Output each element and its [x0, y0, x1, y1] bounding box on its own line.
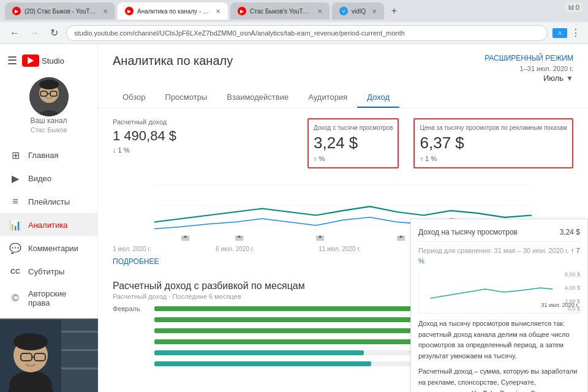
sidebar-header: ☰ Studio — [0, 49, 97, 72]
yt-play-icon — [28, 57, 34, 64]
sidebar-subtitles-label: Субтитры — [28, 267, 64, 276]
tooltip-metric-value: 3,24 $ — [560, 227, 580, 238]
chart-date-2: 6 июл. 2020 г. — [216, 246, 254, 252]
header-right: РАСШИРЕННЫЙ РЕЖИМ 1–31 июл. 2020 г. Июль… — [484, 54, 573, 83]
revenue-label-1: Февраль — [113, 305, 149, 312]
tooltip-metric-label: Доход на тысячу просмотров — [418, 227, 518, 238]
app-layout: ☰ Studio — [0, 44, 588, 392]
account-icon[interactable]: A — [552, 28, 567, 38]
hamburger-menu[interactable]: ☰ — [7, 54, 17, 67]
tooltip-metric: Доход на тысячу просмотров 3,24 $ — [418, 227, 580, 242]
page-header: Аналитика по каналу РАСШИРЕННЫЙ РЕЖИМ 1–… — [98, 44, 588, 83]
metric-cpm: Цена за тысячу просмотров по рекламным п… — [413, 118, 573, 168]
tab3-close[interactable]: ✕ — [317, 8, 322, 15]
revenue-bar-4 — [154, 339, 435, 344]
metric-rpm: Доход с тысячи просмотров 3,24 $ ↑ ‎% — [307, 118, 399, 168]
chart-date-1: 1 июл. 2020 г. — [113, 246, 151, 252]
forward-button[interactable]: → — [27, 26, 42, 40]
tab4-close[interactable]: ✕ — [372, 8, 377, 15]
menu-icon[interactable]: ⋮ — [571, 27, 581, 39]
tab1-close[interactable]: ✕ — [103, 8, 108, 15]
main-content: Аналитика по каналу РАСШИРЕННЫЙ РЕЖИМ 1–… — [98, 44, 588, 392]
address-text: studio.youtube.com/channel/UCbiJpF6LXeZ7… — [74, 29, 405, 37]
studio-label: Studio — [42, 56, 64, 66]
sidebar: ☰ Studio — [0, 44, 98, 392]
tab-overview[interactable]: Обзор — [113, 88, 156, 108]
sidebar-home-label: Главная — [28, 151, 58, 160]
tab1-label: (20) Стас Быков - YouTube — [24, 8, 97, 15]
sidebar-item-analytics[interactable]: 📊 Аналитика — [0, 213, 97, 236]
tab-views[interactable]: Просмотры — [156, 88, 217, 108]
tab-audience[interactable]: Аудитория — [298, 88, 357, 108]
tooltip-text-2: Расчетный доход – сумма, которую вы зара… — [418, 366, 580, 392]
svg-point-15 — [13, 333, 48, 350]
sidebar-item-subtitles[interactable]: CC Субтитры — [0, 260, 97, 283]
metric-rpm-change: ↑ ‎% — [314, 155, 393, 162]
home-icon: ⊞ — [10, 149, 21, 160]
date-marker: 31 июл. 2020 г. — [541, 301, 579, 310]
browser-chrome: ▶ (20) Стас Быков - YouTube ✕ ▶ Аналитик… — [0, 0, 588, 22]
sidebar-comments-label: Комментарии — [28, 244, 78, 253]
channel-name: Стас Быков — [31, 126, 67, 134]
dropdown-arrow-icon: ▼ — [566, 74, 573, 83]
sidebar-analytics-label: Аналитика — [28, 221, 67, 230]
revenue-bar-2 — [154, 317, 454, 322]
tab-1[interactable]: ▶ (20) Стас Быков - YouTube ✕ — [5, 2, 115, 20]
sidebar-playlists-label: Плейлисты — [28, 197, 70, 206]
tab-revenue[interactable]: Доход — [357, 88, 399, 108]
yt-logo-icon — [22, 55, 39, 67]
content-body: Расчетный доход 1 490,84 $ ↓ 1 % Доход с… — [98, 108, 588, 371]
metric-revenue-value: 1 490,84 $ — [113, 128, 293, 144]
tab-2[interactable]: ▶ Аналитика по каналу - YouTu... ✕ — [118, 2, 228, 20]
metric-cpm-value: 6,37 $ — [420, 134, 567, 153]
arrow-down-icon: ↓ 1 % — [113, 146, 130, 154]
revenue-bar-5 — [154, 350, 364, 355]
copyright-icon: © — [10, 293, 21, 304]
metric-revenue-change: ↓ 1 % — [113, 146, 293, 154]
tab3-label: Стас Быков's YouTube Stats (Su... — [250, 8, 311, 15]
sidebar-item-comments[interactable]: 💬 Комментарии — [0, 236, 97, 260]
chart-mid-label: 4,00 $ — [565, 284, 580, 293]
metric-cpm-change: ↑ 1 % — [420, 155, 567, 162]
cpm-arrow-icon: ↑ 1 % — [420, 155, 437, 162]
sidebar-copyright-label: Авторские права — [28, 289, 88, 307]
tab2-favicon: ▶ — [125, 7, 134, 15]
sidebar-item-playlists[interactable]: ≡ Плейлисты — [0, 190, 97, 213]
new-tab-button[interactable]: + — [386, 4, 401, 18]
tab2-close[interactable]: ✕ — [216, 8, 221, 15]
tab4-label: vidIQ — [352, 8, 366, 15]
analytics-tabs: Обзор Просмотры Взаимодействие Аудитория… — [98, 88, 588, 108]
nav-bar: ← → ↻ studio.youtube.com/channel/UCbiJpF… — [0, 22, 588, 44]
comments-icon: 💬 — [10, 243, 21, 254]
tooltip-period: Период для сравнения: 31 мая – 30 июн. 2… — [418, 246, 580, 266]
tab2-label: Аналитика по каналу - YouTu... — [137, 8, 209, 15]
video-icon: ▶ — [10, 173, 21, 184]
sidebar-item-home[interactable]: ⊞ Главная — [0, 143, 97, 167]
page-title: Аналитика по каналу — [113, 54, 233, 68]
sidebar-item-copyright[interactable]: © Авторские права — [0, 283, 97, 314]
metrics-section: Расчетный доход 1 490,84 $ ↓ 1 % Доход с… — [98, 108, 588, 178]
address-bar[interactable]: studio.youtube.com/channel/UCbiJpF6LXeZ7… — [66, 25, 548, 41]
tab-3[interactable]: ▶ Стас Быков's YouTube Stats (Su... ✕ — [230, 2, 330, 20]
tab-4[interactable]: V vidIQ ✕ — [332, 2, 384, 20]
month-selector[interactable]: Июль ▼ — [543, 74, 573, 83]
page-title-section: Аналитика по каналу — [113, 54, 233, 68]
subtitles-icon: CC — [10, 266, 21, 277]
svg-point-6 — [39, 80, 59, 89]
tab3-favicon: ▶ — [238, 7, 246, 15]
revenue-bar-6 — [154, 361, 371, 366]
chart-date-3: 11 июл. 2020 г. — [318, 246, 360, 252]
month-label: Июль — [543, 74, 564, 83]
back-button[interactable]: ← — [7, 26, 22, 40]
playlists-icon: ≡ — [10, 196, 21, 207]
refresh-button[interactable]: ↻ — [47, 26, 61, 40]
sidebar-item-video[interactable]: ▶ Видео — [0, 167, 97, 190]
tab-engagement[interactable]: Взаимодействие — [217, 88, 298, 108]
analytics-icon: 📊 — [10, 219, 21, 230]
nav-icons: A ⋮ — [552, 27, 581, 39]
tab1-favicon: ▶ — [12, 7, 21, 15]
advanced-mode-button[interactable]: РАСШИРЕННЫЙ РЕЖИМ — [484, 54, 573, 62]
svg-rect-8 — [61, 318, 98, 392]
svg-rect-10 — [61, 349, 98, 351]
id-badge: Id 0 — [565, 2, 583, 12]
